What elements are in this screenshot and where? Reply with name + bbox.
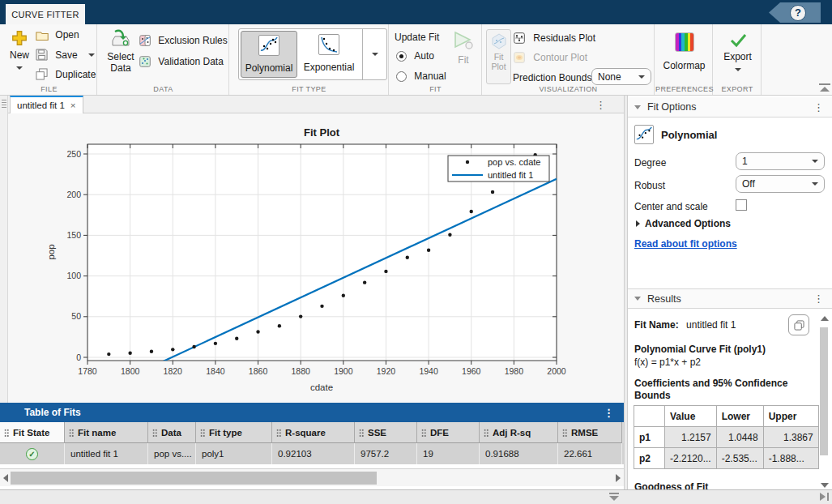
tof-column-header[interactable]: Fit name bbox=[65, 422, 148, 443]
fit-options-help-link[interactable]: Read about fit options bbox=[634, 238, 737, 250]
scroll-right-icon[interactable] bbox=[616, 474, 621, 482]
column-grip-icon[interactable] bbox=[562, 429, 567, 437]
legend-marker bbox=[466, 160, 469, 164]
tof-column-header[interactable]: RMSE bbox=[558, 422, 622, 443]
column-grip-icon[interactable] bbox=[276, 429, 281, 437]
results-header[interactable]: Results ⋮ bbox=[628, 288, 832, 309]
prediction-bounds-dropdown[interactable]: None bbox=[591, 68, 651, 85]
results-collapse-icon[interactable] bbox=[634, 297, 641, 301]
table-of-fits-menu-icon[interactable]: ⋮ bbox=[604, 408, 614, 418]
horizontal-scrollbar[interactable] bbox=[0, 468, 624, 486]
right-panel: Fit Options ⋮ Polynomial Degree 1 Robust… bbox=[628, 96, 832, 489]
fit-plot-chart[interactable]: 1780180018201840186018801900192019401960… bbox=[8, 113, 624, 403]
column-grip-icon[interactable] bbox=[69, 429, 74, 437]
column-grip-icon[interactable] bbox=[359, 429, 364, 437]
fit-type-gallery-dropdown[interactable] bbox=[362, 29, 387, 79]
fit-options-header[interactable]: Fit Options ⋮ bbox=[628, 97, 832, 117]
manual-radio[interactable]: Manual bbox=[396, 70, 446, 84]
colormap-label: Colormap bbox=[655, 60, 713, 71]
duplicate-icon bbox=[36, 68, 48, 80]
fit-options-menu-icon[interactable]: ⋮ bbox=[813, 102, 824, 113]
copy-results-button[interactable] bbox=[788, 314, 809, 335]
coefficients-table: ValueLowerUpperp11.21571.04481.3867p2-2.… bbox=[634, 405, 819, 469]
save-button[interactable]: Save bbox=[36, 49, 95, 63]
validation-data-button[interactable]: Validation Data bbox=[139, 56, 224, 70]
open-button[interactable]: Open bbox=[36, 29, 79, 44]
tof-cell[interactable]: untitled fit 1 bbox=[65, 443, 148, 464]
fit-type-exponential-button[interactable]: Exponential bbox=[301, 31, 357, 78]
auto-label: Auto bbox=[414, 50, 434, 62]
collapse-icon[interactable] bbox=[634, 105, 641, 109]
new-button[interactable]: New bbox=[6, 29, 32, 72]
export-dropdown-icon[interactable] bbox=[735, 68, 741, 71]
robust-dropdown[interactable]: Off bbox=[736, 175, 825, 193]
table-row[interactable]: ✓untitled fit 1pop vs....poly10.92103975… bbox=[0, 443, 624, 464]
tof-cell[interactable]: 19 bbox=[417, 443, 480, 464]
results-menu-icon[interactable]: ⋮ bbox=[813, 293, 824, 304]
tof-column-header[interactable]: Data bbox=[148, 422, 196, 443]
document-menu-icon[interactable]: ⋮ bbox=[595, 100, 606, 110]
tof-column-header[interactable]: Adj R-sq bbox=[480, 422, 558, 443]
column-grip-icon[interactable] bbox=[4, 429, 9, 437]
scrollbar-thumb[interactable] bbox=[11, 472, 377, 485]
axis-label: 1780 bbox=[78, 366, 97, 376]
help-icon[interactable]: ? bbox=[790, 5, 806, 21]
ribbon-tab-curve-fitter[interactable]: CURVE FITTER bbox=[6, 4, 85, 24]
export-button[interactable]: Export bbox=[714, 32, 762, 74]
axis-label: 50 bbox=[71, 311, 81, 321]
duplicate-button[interactable]: Duplicate bbox=[36, 68, 96, 83]
tof-column-header[interactable]: Fit State bbox=[0, 422, 65, 443]
tof-cell[interactable]: 22.661 bbox=[558, 443, 622, 464]
residuals-plot-button[interactable]: Residuals Plot bbox=[514, 32, 595, 46]
collapse-bottom-panel-icon[interactable] bbox=[609, 493, 621, 501]
fit-button[interactable]: Fit bbox=[448, 31, 479, 66]
tof-column-header[interactable]: Fit type bbox=[196, 422, 272, 443]
left-panel-splitter[interactable] bbox=[0, 96, 8, 403]
select-data-label-1: Select bbox=[105, 51, 137, 62]
auto-radio[interactable]: Auto bbox=[396, 50, 434, 64]
tof-column-label: Fit type bbox=[209, 428, 242, 438]
data-point bbox=[214, 342, 217, 345]
fit-run-icon bbox=[452, 31, 475, 52]
minimize-ribbon-icon[interactable] bbox=[818, 83, 831, 92]
column-grip-icon[interactable] bbox=[421, 429, 426, 437]
data-point bbox=[150, 350, 153, 353]
axis-label: 100 bbox=[66, 271, 81, 280]
tof-cell[interactable]: 0.91688 bbox=[480, 443, 558, 464]
contour-plot-button[interactable]: Contour Plot bbox=[514, 52, 587, 66]
tof-cell[interactable]: 0.92103 bbox=[272, 443, 355, 464]
new-dropdown-icon[interactable] bbox=[16, 66, 23, 70]
column-grip-icon[interactable] bbox=[152, 429, 157, 437]
exclusion-rules-button[interactable]: Exclusion Rules bbox=[139, 35, 228, 49]
fit-type-polynomial-button[interactable]: Polynomial bbox=[241, 31, 297, 78]
tab-close-icon[interactable]: × bbox=[70, 100, 76, 110]
tof-column-header[interactable]: DFE bbox=[417, 422, 480, 443]
degree-dropdown[interactable]: 1 bbox=[736, 152, 825, 170]
save-dropdown-icon[interactable] bbox=[88, 53, 95, 57]
select-data-button[interactable]: Select Data bbox=[105, 29, 137, 74]
tof-column-header[interactable]: SSE bbox=[355, 422, 417, 443]
fit-plot-toggle[interactable]: Fit Plot bbox=[486, 29, 511, 84]
section-fit-type: Polynomial Exponential FIT TYPE bbox=[230, 24, 389, 95]
tof-cell[interactable]: 9757.2 bbox=[355, 443, 417, 464]
advanced-options-expander[interactable]: Advanced Options bbox=[636, 218, 731, 229]
axis-label: 1900 bbox=[334, 366, 353, 376]
fit-equation: f(x) = p1*x + p2 bbox=[634, 357, 701, 368]
tof-cell[interactable]: poly1 bbox=[196, 443, 272, 464]
column-grip-icon[interactable] bbox=[200, 429, 205, 437]
scroll-down-icon[interactable] bbox=[821, 483, 829, 488]
document-tab[interactable]: untitled fit 1 × bbox=[10, 96, 83, 113]
fit-name-label: Fit Name: bbox=[634, 319, 679, 331]
tof-cell[interactable]: ✓ bbox=[0, 443, 65, 464]
column-grip-icon[interactable] bbox=[484, 429, 489, 437]
colormap-button[interactable]: Colormap bbox=[655, 32, 713, 71]
robust-label: Robust bbox=[634, 180, 665, 191]
scroll-left-icon[interactable] bbox=[3, 474, 8, 482]
results-scrollbar[interactable] bbox=[819, 314, 830, 489]
expand-right-panel-icon[interactable] bbox=[820, 493, 829, 501]
tof-column-header[interactable]: R-square bbox=[272, 422, 355, 443]
tof-cell[interactable]: pop vs.... bbox=[148, 443, 196, 464]
results-scrollbar-thumb[interactable] bbox=[820, 327, 828, 455]
center-scale-checkbox[interactable] bbox=[736, 199, 747, 211]
scroll-up-icon[interactable] bbox=[821, 316, 829, 321]
